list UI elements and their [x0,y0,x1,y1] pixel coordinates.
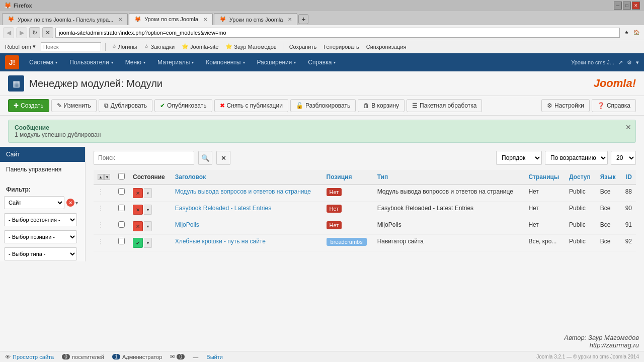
tab-3[interactable]: 🦊 Уроки по cms Joomla ✕ [214,13,298,25]
help-button[interactable]: ❓ Справка [592,99,636,112]
col-position-header[interactable]: Позиция [323,170,373,185]
bookmarks-zakladki[interactable]: ☆ Закладки [142,42,177,51]
sidebar-item-dashboard[interactable]: Панель управления [0,162,85,177]
row-3-checkbox[interactable] [118,221,125,228]
bookmark-star-icon[interactable]: ★ [622,28,631,37]
filter-site-select[interactable]: Сайт [4,196,64,209]
search-clear-button[interactable]: ✕ [216,151,230,165]
address-input[interactable] [55,28,620,38]
search-input[interactable] [94,151,194,165]
bookmarks-generate[interactable]: Генерировать [321,43,361,51]
minimize-button[interactable]: ─ [614,2,622,10]
row-2-state-dropdown[interactable]: ▾ [144,205,152,215]
row-4-title-link[interactable]: Хлебные крошки - путь на сайте [175,238,266,245]
bookmarks-sync[interactable]: Синхронизация [364,43,409,51]
unpublish-button[interactable]: ✖ Снять с публикации [214,99,288,112]
row-3-title-link[interactable]: MijoPolls [175,221,199,228]
sort-order-select[interactable]: Порядок ID Заголовок Позиция Тип [496,151,542,165]
tab-2[interactable]: 🦊 Уроки по cms Joomla ✕ [129,13,213,25]
row-1-drag[interactable]: ⋮ [94,185,114,202]
select-all-checkbox[interactable] [118,173,125,179]
row-4-state-dropdown[interactable]: ▾ [144,238,152,248]
sort-direction-select[interactable]: По возрастанию По убыванию [545,151,608,165]
col-lang-header[interactable]: Язык [596,170,621,185]
bookmarks-loginy[interactable]: ☆ Логины [110,42,139,51]
tab-1[interactable]: 🦊 Уроки по cms Joomla - Панель упра... ✕ [2,13,128,25]
filter-site-arrow[interactable]: ▾ [75,200,78,206]
tab-close-2[interactable]: ✕ [203,17,207,22]
col-id-header[interactable]: ID [621,170,636,185]
nav-menu[interactable]: Меню ▾ [119,53,151,71]
roboform-button[interactable]: RoboForm ▾ [3,42,38,51]
row-2-checkbox[interactable] [118,205,125,211]
row-2-state-button[interactable]: ✕ [133,205,143,215]
settings-icon[interactable]: ⚙ [627,59,632,66]
row-1-title-link[interactable]: Модуль вывода вопросов и ответов на стра… [175,188,311,195]
maximize-button[interactable]: □ [623,2,631,10]
sidebar-item-site[interactable]: Сайт [0,147,85,162]
back-button[interactable]: ◀ [3,27,14,38]
col-pages-header[interactable]: Страницы [524,170,565,185]
row-3-drag[interactable]: ⋮ [94,218,114,235]
row-1-checkbox[interactable] [118,188,125,195]
row-3-state-button[interactable]: ✕ [133,221,143,231]
filter-state-select[interactable]: - Выбор состояния - [4,213,77,226]
row-4-checkbox[interactable] [118,238,125,244]
tab-close-1[interactable]: ✕ [118,17,122,22]
row-1-state-dropdown[interactable]: ▾ [144,188,152,198]
filter-type-select[interactable]: - Выбор типа - [4,247,77,260]
nav-komponenty[interactable]: Компоненты ▾ [200,53,251,71]
stop-button[interactable]: ✕ [42,27,53,38]
nav-materialy[interactable]: Материалы ▾ [151,53,200,71]
home-icon[interactable]: 🏠 [632,28,641,37]
new-tab-button[interactable]: + [298,14,308,24]
logout-link[interactable]: Выйти [206,354,223,360]
nav-rasshireniya[interactable]: Расширения ▾ [251,53,302,71]
forward-button[interactable]: ▶ [16,27,27,38]
drag-handle-icon[interactable]: ⋮ [98,205,104,212]
message-close-button[interactable]: ✕ [625,123,631,131]
title-bar-controls: ─ □ ✕ [614,2,640,10]
edit-button[interactable]: ✎ Изменить [51,99,97,112]
bookmarks-save[interactable]: Сохранить [287,43,319,51]
unblock-button[interactable]: 🔓 Разблокировать [290,99,356,112]
per-page-select[interactable]: 20 5 10 50 100 [611,151,636,165]
col-type-header[interactable]: Тип [373,170,525,185]
view-site-link[interactable]: Просмотр сайта [13,354,54,360]
settings-button[interactable]: ⚙ Настройки [541,99,590,112]
filter-position-select[interactable]: - Выбор позиции - [4,230,77,243]
order-up-btn[interactable]: ▲ [98,174,104,180]
tab-close-3[interactable]: ✕ [288,17,292,22]
nav-sistema[interactable]: Система ▾ [23,53,63,71]
batch-button[interactable]: ☰ Пакетная обработка [407,99,482,112]
drag-handle-icon[interactable]: ⋮ [98,238,104,245]
row-1-title-cell: Модуль вывода вопросов и ответов на стра… [171,185,323,202]
refresh-button[interactable]: ↻ [29,27,40,38]
bookmarks-joomla[interactable]: ⭐ Joomla-site [180,42,220,51]
drag-handle-icon[interactable]: ⋮ [98,221,104,228]
search-button[interactable]: 🔍 [198,151,212,165]
trash-button[interactable]: 🗑 В корзину [358,99,405,112]
tab-label-3: Уроки по cms Joomla [229,17,283,23]
create-button[interactable]: ✚ Создать [8,99,49,112]
bookmarks-zaur[interactable]: ⭐ Заур Магомедов [223,42,278,51]
row-1-state-button[interactable]: ✕ [133,188,143,198]
col-title-header[interactable]: Заголовок [171,170,323,185]
col-access-header[interactable]: Доступ [565,170,596,185]
publish-button[interactable]: ✔ Опубликовать [154,99,212,112]
nav-polzovateli[interactable]: Пользователи ▾ [63,53,119,71]
nav-spravka[interactable]: Справка ▾ [302,53,342,71]
row-4-drag[interactable]: ⋮ [94,235,114,251]
row-4-state-button[interactable]: ✔ [133,238,143,248]
row-2-drag[interactable]: ⋮ [94,202,114,218]
col-state-header[interactable]: Состояние [129,170,171,185]
row-2-title-link[interactable]: Easybook Reloaded - Latest Entries [175,205,271,212]
row-2-id-cell: 90 [621,202,636,218]
drag-handle-icon[interactable]: ⋮ [98,188,104,195]
duplicate-button[interactable]: ⧉ Дублировать [99,99,152,112]
order-down-btn[interactable]: ▼ [104,174,110,180]
filter-site-clear[interactable]: ✕ [66,199,74,207]
roboform-search[interactable] [41,42,101,51]
row-3-state-dropdown[interactable]: ▾ [144,221,152,231]
close-button[interactable]: ✕ [632,2,640,10]
